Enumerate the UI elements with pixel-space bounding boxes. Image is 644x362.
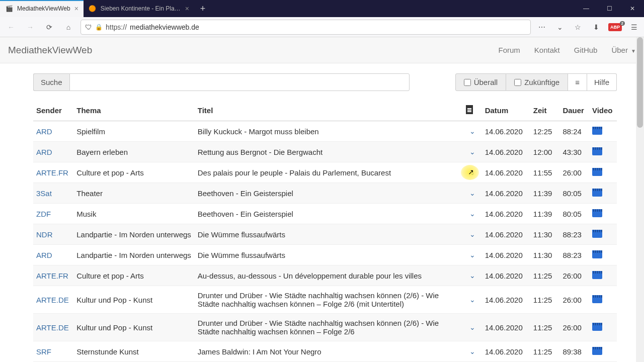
- clapperboard-icon[interactable]: [592, 209, 602, 217]
- table-row[interactable]: ARTE.DEKultur und Pop - KunstDrunter und…: [33, 286, 617, 314]
- sender-link[interactable]: ARD: [36, 127, 52, 136]
- url-bar[interactable]: 🛡 🔒 https://mediathekviewweb.de: [80, 20, 531, 35]
- nav-link-github[interactable]: GitHub: [574, 46, 598, 54]
- close-icon[interactable]: ×: [74, 5, 78, 13]
- cell-zeit: 11:39: [530, 183, 560, 204]
- clapperboard-icon[interactable]: [592, 347, 602, 355]
- sender-link[interactable]: ARD: [36, 148, 52, 156]
- th-video[interactable]: Video: [589, 100, 617, 121]
- clapperboard-icon[interactable]: [592, 189, 602, 197]
- forward-button[interactable]: →: [23, 20, 37, 34]
- everywhere-checkbox[interactable]: Überall: [455, 73, 507, 91]
- nav-link-ueber[interactable]: Über ▼: [611, 46, 636, 54]
- sender-link[interactable]: ARTE.FR: [36, 272, 68, 280]
- home-button[interactable]: ⌂: [61, 20, 75, 34]
- th-sender[interactable]: Sender: [33, 100, 73, 121]
- th-thema[interactable]: Thema: [73, 100, 195, 121]
- bookmark-icon[interactable]: ☆: [572, 21, 584, 33]
- clapperboard-icon[interactable]: [592, 230, 602, 238]
- everywhere-checkbox-input[interactable]: [464, 79, 471, 86]
- clapperboard-icon[interactable]: [592, 323, 602, 331]
- sender-link[interactable]: ARTE.DE: [36, 296, 69, 304]
- search-input[interactable]: [69, 73, 410, 91]
- chevron-down-icon: ▼: [631, 48, 636, 54]
- browser-tab-inactive[interactable]: 🟠 Sieben Kontinente - Ein Planet ×: [84, 0, 194, 17]
- th-datum[interactable]: Datum: [482, 100, 530, 121]
- th-dauer[interactable]: Dauer: [559, 100, 589, 121]
- cell-titel: Au-dessus, au-dessous - Un développement…: [195, 265, 463, 286]
- sender-link[interactable]: ZDF: [36, 210, 51, 218]
- th-description[interactable]: [463, 100, 482, 121]
- cell-thema: Landpartie - Im Norden unterwegs: [73, 245, 195, 265]
- downloads-icon[interactable]: ⬇: [590, 21, 602, 33]
- back-button[interactable]: ←: [4, 20, 18, 34]
- table-row[interactable]: ARTE.FRCulture et pop - ArtsDes palais p…: [33, 162, 617, 183]
- site-brand[interactable]: MediathekViewWeb: [8, 45, 92, 56]
- expand-button[interactable]: ⌄: [466, 188, 478, 198]
- expand-button[interactable]: ⌄: [466, 270, 478, 281]
- expand-button[interactable]: ⌄: [466, 250, 478, 260]
- clapperboard-icon[interactable]: [592, 127, 602, 135]
- browser-tab-active[interactable]: 🎬 MediathekViewWeb ×: [0, 0, 84, 17]
- rss-button[interactable]: ≡: [568, 73, 587, 91]
- sender-link[interactable]: ARTE.DE: [36, 323, 69, 332]
- expand-button[interactable]: ⌄: [466, 346, 478, 356]
- clapperboard-icon[interactable]: [592, 168, 602, 176]
- cell-zeit: 12:25: [530, 121, 560, 142]
- expand-button[interactable]: ⌄: [466, 147, 478, 157]
- nav-link-forum[interactable]: Forum: [499, 46, 520, 54]
- expand-button[interactable]: ⌄: [466, 295, 478, 305]
- close-icon[interactable]: ×: [185, 5, 189, 13]
- expand-button[interactable]: ⌄: [466, 167, 478, 177]
- expand-button[interactable]: ⌄: [466, 229, 478, 239]
- maximize-button[interactable]: ☐: [598, 0, 621, 17]
- th-titel[interactable]: Titel: [195, 100, 463, 121]
- cell-dauer: 89:38: [559, 341, 589, 362]
- reload-button[interactable]: ⟳: [42, 20, 56, 34]
- page-scrollbar[interactable]: [636, 37, 644, 362]
- sender-link[interactable]: ARTE.FR: [36, 168, 68, 177]
- zdf-icon: 🟠: [89, 5, 97, 13]
- cell-thema: Culture et pop - Arts: [73, 265, 195, 286]
- table-row[interactable]: NDRLandpartie - Im Norden unterwegsDie W…: [33, 224, 617, 245]
- future-checkbox-input[interactable]: [514, 79, 521, 86]
- sender-link[interactable]: SRF: [36, 347, 51, 356]
- cell-zeit: 11:30: [530, 245, 560, 265]
- future-checkbox[interactable]: Zukünftige: [506, 73, 568, 91]
- clapperboard-icon[interactable]: [592, 295, 602, 303]
- cell-thema: Sternstunde Kunst: [73, 341, 195, 362]
- expand-button[interactable]: ⌄: [466, 126, 478, 136]
- adblock-icon[interactable]: ABP: [608, 23, 622, 31]
- expand-button[interactable]: ⌄: [466, 209, 478, 219]
- table-row[interactable]: ARTE.FRCulture et pop - ArtsAu-dessus, a…: [33, 265, 617, 286]
- minimize-button[interactable]: —: [575, 0, 598, 17]
- th-zeit[interactable]: Zeit: [530, 100, 560, 121]
- browser-toolbar: ← → ⟳ ⌂ 🛡 🔒 https://mediathekviewweb.de …: [0, 17, 644, 37]
- pocket-icon[interactable]: ⌄: [554, 21, 566, 33]
- help-button[interactable]: Hilfe: [587, 73, 617, 91]
- sender-link[interactable]: ARD: [36, 251, 52, 259]
- clapperboard-icon[interactable]: [592, 250, 602, 258]
- table-row[interactable]: ARDSpielfilmBilly Kuckuck - Margot muss …: [33, 121, 617, 142]
- table-row[interactable]: SRFSternstunde KunstJames Baldwin: I Am …: [33, 341, 617, 362]
- sender-link[interactable]: 3Sat: [36, 189, 52, 198]
- table-row[interactable]: 3SatTheaterBeethoven - Ein Geisterspiel⌄…: [33, 183, 617, 204]
- results-table: Sender Thema Titel Datum Zeit Dauer Vide…: [33, 100, 617, 362]
- clapperboard-icon[interactable]: [592, 147, 602, 155]
- nav-link-kontakt[interactable]: Kontakt: [534, 46, 560, 54]
- new-tab-button[interactable]: +: [194, 4, 212, 14]
- table-row[interactable]: ZDFMusikBeethoven - Ein Geisterspiel⌄14.…: [33, 204, 617, 224]
- table-row[interactable]: ARDLandpartie - Im Norden unterwegsDie W…: [33, 245, 617, 265]
- cell-thema: Theater: [73, 183, 195, 204]
- scrollbar-thumb[interactable]: [637, 37, 643, 128]
- table-row[interactable]: ARDBayern erlebenRettung aus Bergnot - D…: [33, 142, 617, 162]
- sender-link[interactable]: NDR: [36, 230, 53, 239]
- page-actions-icon[interactable]: ⋯: [536, 21, 548, 33]
- clapperboard-icon[interactable]: [592, 271, 602, 279]
- hamburger-menu-icon[interactable]: ☰: [628, 21, 640, 33]
- close-window-button[interactable]: ✕: [621, 0, 644, 17]
- expand-button[interactable]: ⌄: [466, 322, 478, 332]
- cell-datum: 14.06.2020: [482, 341, 530, 362]
- cell-dauer: 26:00: [559, 286, 589, 314]
- table-row[interactable]: ARTE.DEKultur und Pop - KunstDrunter und…: [33, 314, 617, 341]
